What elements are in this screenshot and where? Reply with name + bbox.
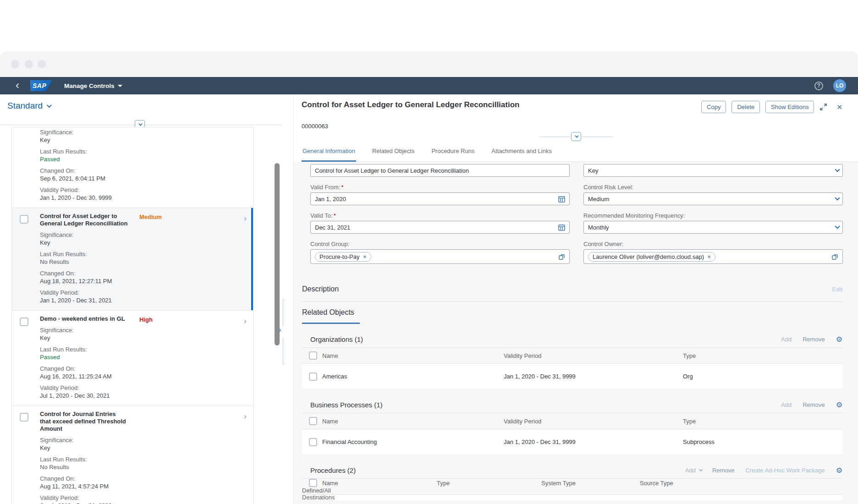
back-icon[interactable]: ‹ <box>16 80 19 91</box>
chevron-down-icon <box>699 467 703 471</box>
add-button[interactable]: Add <box>781 336 792 343</box>
row-checkbox[interactable] <box>309 373 317 381</box>
window-control-dot[interactable] <box>38 60 46 68</box>
select-all-checkbox[interactable] <box>309 479 317 487</box>
bp-type: Subprocess <box>683 438 842 445</box>
checkbox[interactable] <box>20 413 28 422</box>
procedures-title: Procedures (2) <box>310 466 356 474</box>
delete-button[interactable]: Delete <box>732 101 760 113</box>
list-item[interactable]: Control for Journal Entries that exceed … <box>12 406 253 504</box>
splitter-expand-icon[interactable]: › <box>279 326 281 334</box>
bp-validity: Jan 1, 2020 - Dec 31, 9999 <box>504 438 683 445</box>
field-label: Changed On: <box>40 365 235 373</box>
column-header: Type <box>437 480 541 487</box>
collapse-header-button[interactable] <box>571 132 581 141</box>
add-menu-button[interactable]: Add <box>685 467 701 474</box>
token-remove-icon[interactable]: ✕ <box>363 254 366 259</box>
settings-gear-icon[interactable]: ⚙ <box>836 400 842 409</box>
select-all-checkbox[interactable] <box>309 417 317 425</box>
column-header: Name <box>322 480 437 487</box>
variant-selector[interactable]: Standard <box>7 101 50 111</box>
list-scrollbar[interactable] <box>275 163 280 345</box>
field-label: Last Run Results: <box>40 250 235 258</box>
list-item[interactable]: Significance: Key Last Run Results: Pass… <box>12 127 253 208</box>
value-help-icon[interactable] <box>558 253 565 260</box>
valid-to-input[interactable]: Dec 31, 2021 <box>310 221 570 234</box>
tab-related-objects[interactable]: Related Objects <box>371 145 416 161</box>
avatar[interactable]: LO <box>833 79 846 92</box>
app-title-menu[interactable]: Manage Controls <box>64 82 122 89</box>
validity-value: Jan 1, 2020 - Dec 31, 2021 <box>40 296 235 304</box>
tab-attachments-and-links[interactable]: Attachments and Links <box>490 145 553 161</box>
table-header-row: Name Validity Period Type <box>302 413 842 429</box>
valid-from-field: Valid From:* Jan 1, 2020 <box>310 184 570 205</box>
splitter-line <box>283 338 283 365</box>
organizations-section: Organizations (1) Add Remove ⚙ Name <box>302 332 842 389</box>
column-header: Validity Period <box>504 352 683 359</box>
last-run-value: No Results <box>40 258 235 266</box>
help-icon[interactable]: ? <box>814 82 823 90</box>
control-risk-select[interactable]: Medium <box>583 192 843 205</box>
tab-procedure-runs[interactable]: Procedure Runs <box>430 145 475 161</box>
bp-name: Financial Accounting <box>322 438 504 445</box>
tab-general-information[interactable]: General Information <box>302 145 356 161</box>
row-checkbox[interactable] <box>309 438 317 446</box>
main-area: Standard Significance: Key Last Run Resu… <box>0 94 858 504</box>
significance-value: Key <box>40 334 235 342</box>
show-editions-button[interactable]: Show Editions <box>765 101 814 113</box>
chevron-right-icon: › <box>244 317 247 326</box>
column-header: Source Type <box>640 480 842 487</box>
window-titlebar <box>0 51 858 77</box>
table-row[interactable]: Financial Accounting Jan 1, 2020 - Dec 3… <box>302 429 842 455</box>
table-row-clipped <box>302 495 842 500</box>
token[interactable]: Procure-to-Pay✕ <box>315 252 371 262</box>
control-owner-label: Control Owner: <box>583 241 623 247</box>
column-header: Type <box>683 352 842 359</box>
table-header-row: Name Type System Type Source Type Define… <box>302 478 842 495</box>
detail-tabs: General Information Related Objects Proc… <box>302 145 858 162</box>
list-item[interactable]: Demo - weekend entries in GL High › Sign… <box>12 311 253 406</box>
valid-from-label: Valid From: <box>310 184 341 191</box>
checkbox[interactable] <box>20 318 28 326</box>
add-button[interactable]: Add <box>781 401 792 408</box>
chevron-down-icon <box>835 195 840 200</box>
column-header: Name <box>322 418 504 425</box>
field-label: Significance: <box>40 231 235 239</box>
checkbox[interactable] <box>20 215 28 224</box>
field-label: Validity Period: <box>40 186 235 194</box>
close-icon[interactable]: ✕ <box>836 103 842 111</box>
control-group-input[interactable]: Procure-to-Pay✕ <box>310 249 570 264</box>
calendar-icon[interactable] <box>558 224 565 231</box>
business-processes-title: Business Processes (1) <box>310 401 383 409</box>
frequency-select[interactable]: Monthly <box>583 221 843 234</box>
frequency-label: Recommended Monitoring Frequency: <box>583 212 685 219</box>
name-input[interactable]: Control for Asset Ledger to General Ledg… <box>310 164 570 177</box>
token-remove-icon[interactable]: ✕ <box>707 254 711 259</box>
settings-gear-icon[interactable]: ⚙ <box>836 466 842 475</box>
create-adhoc-work-package-button[interactable]: Create Ad-Hoc Work Package <box>745 467 825 474</box>
select-all-checkbox[interactable] <box>309 351 317 360</box>
control-owner-input[interactable]: Laurence Oliver (loliver@demo.cloud.sap)… <box>583 249 843 264</box>
remove-button[interactable]: Remove <box>803 401 825 408</box>
remove-button[interactable]: Remove <box>803 336 825 343</box>
window-control-dot[interactable] <box>25 60 33 68</box>
sap-logo[interactable]: SAP <box>30 80 52 91</box>
list-item-selected[interactable]: Control for Asset Ledger to General Ledg… <box>12 208 253 311</box>
calendar-icon[interactable] <box>558 196 565 203</box>
value-help-icon[interactable] <box>831 253 838 260</box>
valid-from-input[interactable]: Jan 1, 2020 <box>310 192 570 205</box>
copy-button[interactable]: Copy <box>701 101 726 113</box>
remove-button[interactable]: Remove <box>712 467 734 474</box>
significance-select[interactable]: Key <box>583 164 843 177</box>
token[interactable]: Laurence Oliver (loliver@demo.cloud.sap)… <box>588 252 715 262</box>
field-label: Significance: <box>40 326 235 334</box>
fullscreen-icon[interactable] <box>820 103 827 111</box>
field-label: Last Run Results: <box>40 148 235 155</box>
frequency-field: Recommended Monitoring Frequency: Monthl… <box>583 212 843 234</box>
edit-link[interactable]: Edit <box>832 286 842 293</box>
window-control-dot[interactable] <box>11 60 19 68</box>
settings-gear-icon[interactable]: ⚙ <box>836 335 842 344</box>
table-row[interactable]: Americas Jan 1, 2020 - Dec 31, 9999 Org <box>302 364 842 389</box>
table-header-row: Name Validity Period Type <box>302 347 842 364</box>
risk-badge: High <box>139 316 153 323</box>
